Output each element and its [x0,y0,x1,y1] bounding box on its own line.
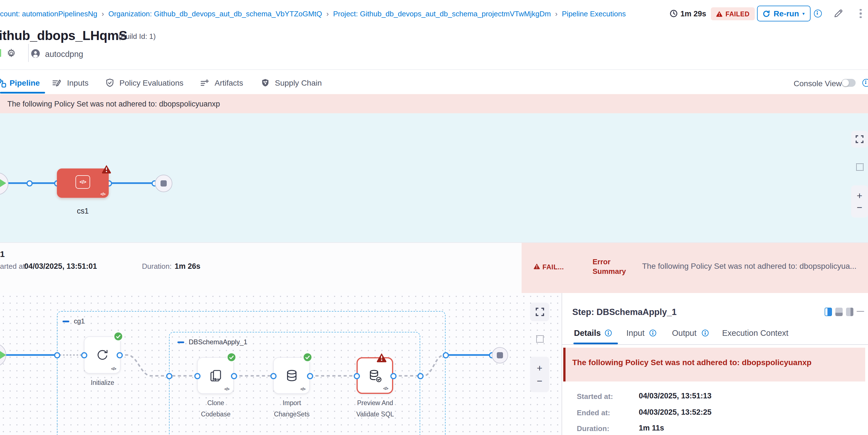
panel-tab-divider [562,344,868,345]
console-view-toggle[interactable] [841,79,856,87]
row-duration-value: 1m 11s [639,424,664,432]
tabbar-topline [0,69,868,70]
panel-tab-execution-context[interactable]: Execution Context [722,329,788,338]
supply-chain-shield-icon [261,78,270,87]
clone-book-icon [208,368,223,383]
sync-icon [95,348,110,362]
connector-point [166,373,172,379]
failed-warning-icon [716,11,723,17]
zoom-out-button[interactable]: − [537,374,542,389]
stage-code-icon: </> [75,175,90,189]
build-id: (Build Id: 1) [118,32,156,40]
stage-graph-canvas[interactable]: </> </> cs1 + − [0,113,868,242]
connector-point [194,373,200,379]
breadcrumb-account[interactable]: count: automationPipelinesNg [0,9,97,18]
fullscreen-button[interactable] [851,131,868,148]
duration-label: Duration: [142,262,172,271]
panel-tab-output[interactable]: Output [672,329,696,338]
step-initialize[interactable]: </> [84,336,121,374]
zoom-controls: + − [530,357,549,392]
zoom-in-button[interactable]: + [857,188,862,201]
layout-split-icon[interactable] [825,308,832,316]
step-label-preview: Preview AndValidate SQL [351,397,399,420]
fail-warning-icon [533,263,540,269]
marquee-select-button[interactable] [530,330,549,348]
breadcrumb-project[interactable]: Project: Github_db_devops_aut_db_schema_… [333,9,551,18]
stop-icon [160,180,166,186]
layout-bottom-icon[interactable] [835,308,843,316]
gear-icon[interactable] [6,49,16,61]
policy-banner: The following Policy Set was not adhered… [0,94,868,113]
panel-error-box: The following Policy Set was not adhered… [563,348,865,381]
code-glyph: </> [224,387,229,391]
breadcrumb-organization[interactable]: Organization: Github_db_devops_aut_db_sc… [108,9,322,18]
rerun-button[interactable]: Re-run ▾ [757,6,810,22]
tab-pipeline[interactable]: Pipeline [0,71,46,94]
fullscreen-icon [535,308,544,316]
step-preview-validate-sql[interactable]: </> [356,357,393,394]
stage-name: 1 [0,249,5,259]
kebab-menu-icon[interactable] [860,8,862,19]
panel-tab-details[interactable]: Details [574,329,601,338]
connector-point [417,373,423,379]
step-label-initialize: Initialize [80,377,125,388]
database-check-icon [367,368,382,383]
connector-point [353,373,360,379]
code-glyph: </> [100,192,105,196]
fail-badge: FAIL... [542,263,564,271]
execution-end-node [492,347,508,363]
step-import-changesets[interactable]: </> [273,357,310,394]
zoom-controls: + − [851,185,868,218]
panel-title: Step: DBSchemaApply_1 [572,307,677,317]
stage-graph-edges [0,113,868,242]
shield-check-icon [105,78,114,87]
row-ended-value: 04/03/2025, 13:52:25 [639,408,711,416]
breadcrumb: count: automationPipelinesNg › Organizat… [0,9,626,18]
active-tab-underline [0,92,45,94]
pipeline-execution-page: count: automationPipelinesNg › Organizat… [0,0,868,435]
elapsed-time: 1m 29s [680,9,706,18]
triggered-by-user[interactable]: autocdpng [45,50,83,59]
started-at-value: 04/03/2025, 13:51:01 [24,262,97,270]
connector-point [54,352,60,358]
input-info-icon[interactable] [649,330,656,336]
code-glyph: </> [111,367,116,371]
step-label-import: ImportChangeSets [269,397,315,420]
row-ended-label: Ended at: [577,408,610,417]
output-info-icon[interactable] [702,330,709,336]
success-check-badge [304,353,311,361]
edit-pencil-icon[interactable] [834,8,843,20]
panel-tab-input[interactable]: Input [626,329,645,338]
layout-right-icon[interactable] [846,308,854,316]
details-info-icon[interactable] [605,330,612,336]
console-info-icon[interactable] [862,79,868,87]
page-title: ithub_dbops_LHqmS [0,28,127,43]
zoom-in-button[interactable]: + [537,360,542,374]
started-at-label: arted at: [0,262,27,271]
clock-icon [670,9,678,20]
code-glyph: </> [383,386,388,391]
step-graph-canvas[interactable]: cg1 DBSchemaApply_1 </> </> [0,293,562,435]
status-strip [0,49,1,57]
connector-point [116,352,123,358]
connector-point [26,180,32,186]
step-clone-codebase[interactable]: </> [197,357,234,394]
database-icon [284,368,299,383]
console-view-label: Console View [794,79,842,88]
success-check-badge [114,333,122,340]
step-label-clone: CloneCodebase [193,397,239,420]
fullscreen-button[interactable] [530,303,549,321]
avatar[interactable] [31,49,40,60]
zoom-out-button[interactable]: − [857,201,862,214]
stage-label: cs1 [60,207,105,215]
marquee-select-button[interactable] [851,158,868,175]
info-icon[interactable] [814,9,822,18]
pipeline-end-node [155,175,172,192]
breadcrumb-pipeline-executions[interactable]: Pipeline Executions [562,9,626,18]
artifacts-icon [200,78,209,87]
row-started-value: 04/03/2025, 13:51:13 [639,392,711,400]
error-summary-message: The following Policy Set was not adhered… [642,261,868,271]
panel-minimize-button[interactable]: — [857,307,864,315]
fullscreen-icon [856,135,864,143]
stage-node-cs1[interactable]: </> </> [57,168,109,198]
